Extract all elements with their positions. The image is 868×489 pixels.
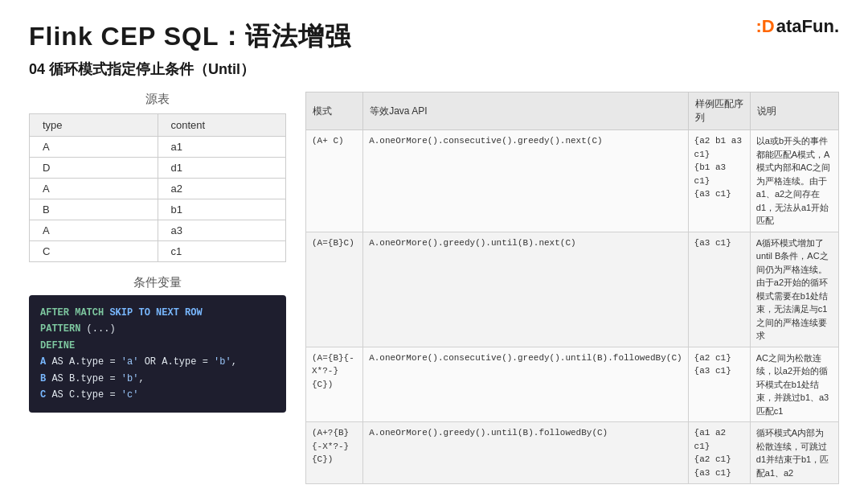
code-token: AFTER MATCH <box>40 307 109 318</box>
compare-mode: (A+?{B}{-X*?-}{C}) <box>306 422 363 484</box>
code-token: B <box>40 373 51 384</box>
code-line: B AS B.type = 'b', <box>40 371 275 387</box>
compare-mode: (A+ C) <box>306 130 363 232</box>
code-line: C AS C.type = 'c' <box>40 387 275 403</box>
compare-api: A.oneOrMore().consecutive().greedy().unt… <box>363 347 688 422</box>
sub-title: 04 循环模式指定停止条件（Until） <box>29 60 839 79</box>
source-col-content: content <box>158 114 286 137</box>
code-token: C <box>40 389 51 401</box>
page-container: :DataFun. Flink CEP SQL：语法增强 04 循环模式指定停止… <box>0 0 868 489</box>
compare-match: {a2 c1} {a3 c1} <box>688 347 750 422</box>
compare-table-row: (A+?{B}{-X*?-}{C})A.oneOrMore().greedy()… <box>306 422 839 484</box>
code-token: AS A.type = <box>51 356 121 368</box>
compare-header: 样例匹配序列 <box>688 92 750 130</box>
right-panel: 模式等效Java API样例匹配序列说明 (A+ C)A.oneOrMore()… <box>305 92 839 484</box>
code-token: A <box>40 356 51 368</box>
source-table-cell: d1 <box>158 158 286 179</box>
source-table-cell: c1 <box>158 241 286 262</box>
compare-mode: (A={B}{-X*?-}{C}) <box>306 347 363 422</box>
compare-mode: (A={B}C) <box>306 232 363 347</box>
code-token: DEFINE <box>40 340 75 351</box>
code-token: PATTERN <box>40 323 87 335</box>
code-token: 'c' <box>121 389 139 401</box>
code-token: AS B.type = <box>51 373 121 384</box>
compare-api: A.oneOrMore().greedy().until(B).next(C) <box>363 232 688 347</box>
code-token: 'b' <box>214 356 231 368</box>
compare-match: {a3 c1} <box>688 232 750 347</box>
compare-table-row: (A+ C)A.oneOrMore().consecutive().greedy… <box>306 130 839 232</box>
compare-api: A.oneOrMore().greedy().until(B).followed… <box>363 422 688 484</box>
compare-header: 等效Java API <box>363 92 688 130</box>
source-table-row: Aa1 <box>30 137 286 158</box>
code-line: A AS A.type = 'a' OR A.type = 'b', <box>40 354 275 370</box>
compare-api: A.oneOrMore().consecutive().greedy().nex… <box>363 130 688 232</box>
source-table-cell: a3 <box>158 220 286 241</box>
code-token: , <box>231 356 237 368</box>
condition-section-title: 条件变量 <box>29 275 286 290</box>
source-col-type: type <box>30 114 158 137</box>
code-token: 'a' <box>121 356 139 368</box>
code-line: AFTER MATCH SKIP TO NEXT ROW <box>40 305 275 321</box>
source-table-cell: a1 <box>158 137 286 158</box>
main-title: Flink CEP SQL：语法增强 <box>29 19 839 55</box>
source-table-row: Aa3 <box>30 220 286 241</box>
compare-desc: 循环模式A内部为松散连续，可跳过d1并结束于b1，匹配a1、a2 <box>750 422 838 484</box>
compare-table-row: (A={B}{-X*?-}{C})A.oneOrMore().consecuti… <box>306 347 839 422</box>
code-token: SKIP TO NEXT ROW <box>109 307 202 318</box>
compare-table: 模式等效Java API样例匹配序列说明 (A+ C)A.oneOrMore()… <box>305 92 839 484</box>
source-table-cell: b1 <box>158 199 286 220</box>
source-table-cell: A <box>30 179 158 199</box>
source-table-cell: D <box>30 158 158 179</box>
source-table: type content Aa1Dd1Aa2Bb1Aa3Cc1 <box>29 113 286 262</box>
source-table-row: Cc1 <box>30 241 286 262</box>
compare-desc: A循环模式增加了until B条件，AC之间仍为严格连续。由于a2开始的循环模式… <box>750 232 838 347</box>
source-table-row: Dd1 <box>30 158 286 179</box>
source-table-cell: C <box>30 241 158 262</box>
compare-match: {a2 b1 a3 c1} {b1 a3 c1} {a3 c1} <box>688 130 750 232</box>
logo-icon: :D <box>756 16 775 37</box>
compare-desc: 以a或b开头的事件都能匹配A模式，A模式内部和AC之间为严格连续。由于a1、a2… <box>750 130 838 232</box>
source-table-cell: A <box>30 137 158 158</box>
content-area: 源表 type content Aa1Dd1Aa2Bb1Aa3Cc1 条件变量 … <box>29 92 839 484</box>
code-line: PATTERN (...) <box>40 321 275 337</box>
source-table-cell: B <box>30 199 158 220</box>
code-token: OR A.type = <box>138 356 214 368</box>
left-panel: 源表 type content Aa1Dd1Aa2Bb1Aa3Cc1 条件变量 … <box>29 92 286 484</box>
source-section-title: 源表 <box>29 92 286 107</box>
source-table-row: Aa2 <box>30 179 286 199</box>
source-table-cell: a2 <box>158 179 286 199</box>
compare-match: {a1 a2 c1} {a2 c1} {a3 c1} <box>688 422 750 484</box>
source-table-row: Bb1 <box>30 199 286 220</box>
code-block: AFTER MATCH SKIP TO NEXT ROWPATTERN (...… <box>29 295 286 413</box>
compare-desc: AC之间为松散连续，以a2开始的循环模式在b1处结束，并跳过b1、a3匹配c1 <box>750 347 838 422</box>
code-token: , <box>138 373 144 384</box>
logo-text: ataFun. <box>776 16 839 37</box>
code-token: (...) <box>87 323 116 335</box>
source-table-cell: A <box>30 220 158 241</box>
compare-table-row: (A={B}C)A.oneOrMore().greedy().until(B).… <box>306 232 839 347</box>
logo: :DataFun. <box>756 16 839 37</box>
code-line: DEFINE <box>40 338 275 354</box>
compare-header: 模式 <box>306 92 363 130</box>
code-token: 'b' <box>121 373 139 384</box>
code-token: AS C.type = <box>51 389 121 401</box>
compare-header: 说明 <box>750 92 838 130</box>
